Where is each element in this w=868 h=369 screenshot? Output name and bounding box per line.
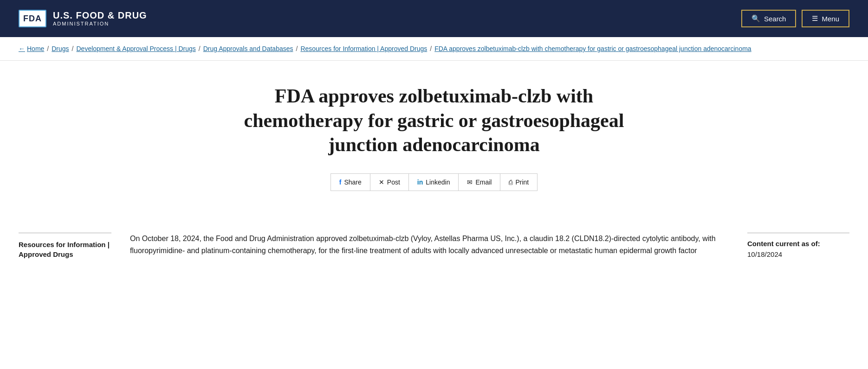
linkedin-share-label: Linkedin	[426, 178, 450, 186]
breadcrumb-resources-link[interactable]: Resources for Information | Approved Dru…	[300, 44, 427, 54]
hamburger-icon: ☰	[812, 14, 818, 23]
print-label: Print	[515, 178, 529, 186]
logo-group: FDA U.S. FOOD & DRUG ADMINISTRATION	[19, 10, 147, 27]
left-sidebar: Resources for Information | Approved Dru…	[19, 233, 111, 259]
org-line2: ADMINISTRATION	[53, 21, 147, 27]
back-arrow-icon: ←	[19, 44, 25, 54]
linkedin-share-button[interactable]: in Linkedin	[409, 174, 459, 191]
fda-logo: FDA	[19, 10, 46, 27]
breadcrumb-sep-3: /	[199, 44, 201, 54]
print-button[interactable]: ⎙ Print	[500, 174, 537, 191]
search-button[interactable]: 🔍 Search	[741, 10, 797, 27]
facebook-icon: f	[339, 178, 342, 186]
search-label: Search	[764, 15, 786, 23]
facebook-share-label: Share	[344, 178, 361, 186]
facebook-share-button[interactable]: f Share	[331, 174, 370, 191]
email-share-button[interactable]: ✉ Email	[459, 174, 500, 191]
content-current-date: 10/18/2024	[747, 250, 849, 258]
email-share-label: Email	[475, 178, 492, 186]
article-header: FDA approves zolbetuximab-clzb with chem…	[0, 61, 868, 214]
breadcrumb: ← Home / Drugs / Development & Approval …	[0, 37, 868, 61]
twitter-post-label: Post	[387, 178, 400, 186]
breadcrumb-sep-4: /	[296, 44, 298, 54]
body-layout: Resources for Information | Approved Dru…	[0, 214, 868, 283]
article-body: On October 18, 2024, the Food and Drug A…	[130, 233, 729, 265]
right-sidebar: Content current as of: 10/18/2024	[747, 233, 849, 258]
content-current-label: Content current as of:	[747, 240, 849, 248]
article-body-paragraph: On October 18, 2024, the Food and Drug A…	[130, 233, 729, 257]
org-name: U.S. FOOD & DRUG ADMINISTRATION	[53, 10, 147, 27]
menu-button[interactable]: ☰ Menu	[802, 10, 849, 27]
breadcrumb-sep-2: /	[72, 44, 74, 54]
left-sidebar-title: Resources for Information | Approved Dru…	[19, 240, 111, 259]
article-title: FDA approves zolbetuximab-clzb with chem…	[225, 84, 643, 157]
breadcrumb-article-link[interactable]: FDA approves zolbetuximab-clzb with chem…	[434, 44, 751, 54]
left-sidebar-divider	[19, 233, 111, 233]
breadcrumb-drug-approvals-link[interactable]: Drug Approvals and Databases	[203, 44, 293, 54]
site-header: FDA U.S. FOOD & DRUG ADMINISTRATION 🔍 Se…	[0, 0, 868, 37]
share-bar: f Share ✕ Post in Linkedin ✉ Email ⎙ Pri…	[330, 173, 538, 191]
back-home-link[interactable]: ← Home	[19, 44, 44, 54]
header-actions: 🔍 Search ☰ Menu	[741, 10, 849, 27]
linkedin-icon: in	[417, 178, 423, 186]
print-icon: ⎙	[509, 178, 512, 186]
breadcrumb-sep-5: /	[430, 44, 432, 54]
twitter-icon: ✕	[379, 178, 384, 186]
search-icon: 🔍	[751, 14, 760, 23]
fda-logo-text: FDA	[23, 14, 42, 24]
breadcrumb-sep-1: /	[47, 44, 49, 54]
breadcrumb-drugs-link[interactable]: Drugs	[52, 44, 69, 54]
org-line1: U.S. FOOD & DRUG	[53, 10, 147, 21]
email-icon: ✉	[467, 178, 473, 186]
menu-label: Menu	[822, 15, 839, 23]
twitter-post-button[interactable]: ✕ Post	[370, 174, 409, 191]
right-sidebar-divider	[747, 233, 849, 233]
breadcrumb-home: Home	[27, 44, 44, 54]
breadcrumb-dev-approval-link[interactable]: Development & Approval Process | Drugs	[77, 44, 196, 54]
